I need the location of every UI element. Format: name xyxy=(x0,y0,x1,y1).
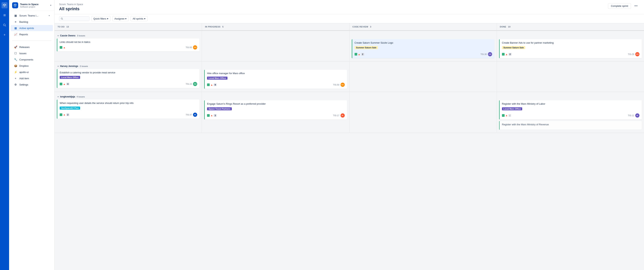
iong-done-col: Register with the Mars Ministry of Labor… xyxy=(497,92,644,133)
card-tis-15-title: Establish a catering vendor to provide m… xyxy=(60,71,197,74)
swimlane-cassie: ▾ Cassie Owens 3 issues Links should not… xyxy=(54,31,644,62)
active-sprints-icon: ▦ xyxy=(14,27,18,30)
card-tis-29-icons: ▲ 2 xyxy=(502,53,512,56)
sidebar-item-issues[interactable]: ☐ Issues xyxy=(10,50,53,56)
card-tis-11[interactable]: Register with the Mars Ministry of Labor… xyxy=(499,100,642,119)
card-tis-50-id: TIS-50 xyxy=(333,84,339,86)
card-tis-50-tag: Local Mars Office xyxy=(207,77,228,80)
card-tis-17-icons: ▲ 3 xyxy=(207,114,217,117)
harvey-done-empty xyxy=(499,63,642,82)
card-tis-50-avatar: HJ xyxy=(340,83,345,87)
card-tis-37-id: TIS-37 xyxy=(186,114,192,116)
card-tis-revenue-title: Register with the Mars Ministry of Reven… xyxy=(502,123,640,126)
sidebar-item-components[interactable]: 🔧 Components xyxy=(10,57,53,63)
card-tis-30-title: Create Saturn Summer Sizzle Logo xyxy=(354,41,492,45)
quick-filters-button[interactable]: Quick filters ▾ xyxy=(91,16,110,21)
assignee-chevron-icon: ▾ xyxy=(125,17,126,20)
cassie-done-col: Create Banner Ads to use for partner mar… xyxy=(497,31,644,61)
sidebar-item-issues-label: Issues xyxy=(19,52,26,55)
story-icon xyxy=(60,46,62,49)
harvey-swimlane-header[interactable]: ▾ Harvey Jennings 2 issues xyxy=(57,63,200,69)
sidebar-item-active-sprints[interactable]: ▦ Active sprints xyxy=(10,25,53,31)
search-input[interactable] xyxy=(64,17,88,20)
add-icon[interactable]: + xyxy=(2,32,8,38)
all-sprints-filter-button[interactable]: All sprints ▾ xyxy=(130,16,147,21)
card-tis-15-id: TIS-15 xyxy=(186,83,192,85)
sidebar-item-scrum[interactable]: ▦ Scrum: Teams i... ▾ xyxy=(10,13,53,19)
sidebar-item-backlog[interactable]: ≡ Backlog xyxy=(10,19,53,25)
quick-filters-chevron-icon: ▾ xyxy=(107,17,108,20)
tis50-priority-icon: ▲ xyxy=(210,83,213,86)
card-tis-30-footer: ▲ 2 TIS-30 CO xyxy=(354,52,492,56)
sidebar-item-add[interactable]: + Add item xyxy=(10,75,53,81)
sidebar-item-settings[interactable]: ⚙ Settings xyxy=(10,82,53,88)
dropbox-icon: 📦 xyxy=(14,64,18,67)
column-header-done: DONE 10 xyxy=(497,23,644,31)
logo-icon[interactable] xyxy=(2,2,8,8)
cassie-inprogress-col xyxy=(202,31,349,61)
complete-sprint-button[interactable]: Complete sprint xyxy=(608,3,631,9)
iong-inprogress-col: Engage Saturn's Rings Resort as a prefer… xyxy=(202,92,349,133)
tis30-story-icon xyxy=(354,53,357,56)
search-icon[interactable] xyxy=(2,22,8,28)
cassie-swimlane-header[interactable]: ▾ Cassie Owens 3 issues xyxy=(57,33,200,39)
tis37-story-icon xyxy=(60,113,62,116)
card-tis-17[interactable]: Engage Saturn's Rings Resort as a prefer… xyxy=(204,100,347,119)
harvey-codereview-col xyxy=(350,62,497,92)
sidebar-item-dropbox[interactable]: 📦 Dropbox xyxy=(10,63,53,69)
sidebar-item-scrum-label: Scrum: Teams i... xyxy=(19,14,38,17)
card-tis-50[interactable]: Hire office manager for Mars office Loca… xyxy=(204,70,347,89)
card-tis-55-id: TIS-55 xyxy=(186,46,192,49)
sidebar-item-releases[interactable]: 🚀 Releases xyxy=(10,44,53,50)
card-tis-55[interactable]: Links should not be in italics ▲ TIS-55 … xyxy=(57,39,200,51)
card-tis-17-id: TIS-17 xyxy=(333,114,339,117)
card-tis-17-title: Engage Saturn's Rings Resort as a prefer… xyxy=(207,102,344,106)
card-tis-15-footer: ▲ 4 TIS-15 HJ xyxy=(60,82,197,86)
card-tis-11-id: TIS-11 xyxy=(628,114,634,117)
card-tis-30-icons: ▲ 2 xyxy=(354,53,364,56)
swimlane-harvey: ▾ Harvey Jennings 2 issues Establish a c… xyxy=(54,62,644,92)
sidebar-item-backlog-label: Backlog xyxy=(19,21,28,23)
card-tis-55-title: Links should not be in italics xyxy=(60,40,197,44)
harvey-codereview-empty xyxy=(352,63,494,82)
sidebar-project-header[interactable]: Teams in Space Software project ▾ xyxy=(9,0,54,11)
scrum-chevron-icon: ▾ xyxy=(49,15,50,17)
cassie-issue-count: 3 issues xyxy=(77,35,85,37)
more-options-button[interactable]: ••• xyxy=(632,3,640,9)
home-icon[interactable]: ⊞ xyxy=(2,12,8,18)
reports-icon: 📈 xyxy=(14,33,18,36)
card-tis-29[interactable]: Create Banner Ads to use for partner mar… xyxy=(499,39,642,58)
cassie-chevron-icon: ▾ xyxy=(58,35,58,37)
sidebar-item-settings-label: Settings xyxy=(19,83,28,86)
search-box[interactable] xyxy=(59,16,90,21)
card-tis-30[interactable]: Create Saturn Summer Sizzle Logo Summer … xyxy=(352,39,494,58)
svg-line-1 xyxy=(5,26,6,26)
all-sprints-chevron-icon: ▾ xyxy=(144,17,146,20)
page-title: All sprints xyxy=(59,7,640,11)
card-tis-50-icons: ▲ 9 xyxy=(207,83,217,86)
iong-issue-count: 4 issues xyxy=(76,96,85,98)
column-header-inprogress: IN PROGRESS 5 xyxy=(202,23,349,31)
iong-codereview-col xyxy=(350,92,497,133)
project-name: Teams in Space xyxy=(20,3,48,6)
iong-codereview-empty xyxy=(352,94,494,112)
card-tis-revenue[interactable]: Register with the Mars Ministry of Reven… xyxy=(499,121,642,130)
assignee-filter-button[interactable]: Assignee ▾ xyxy=(112,16,128,21)
card-tis-17-meta: TIS-17 IK xyxy=(333,113,344,118)
sidebar-item-apollo-ui[interactable]: ⚡ apollo-ui xyxy=(10,69,53,75)
card-tis-37[interactable]: When requesting user details the service… xyxy=(57,100,200,119)
sidebar-item-reports[interactable]: 📈 Reports xyxy=(10,31,53,37)
card-tis-15-tag: Local Mars Office xyxy=(60,76,80,79)
card-tis-37-footer: ▲ 2 TIS-37 IK xyxy=(60,113,197,117)
card-tis-37-meta: TIS-37 IK xyxy=(186,113,197,117)
iong-swimlane-header[interactable]: ▾ iongkowidjaja 4 issues xyxy=(57,94,200,100)
backlog-icon: ≡ xyxy=(14,20,18,23)
iong-chevron-icon: ▾ xyxy=(58,96,58,98)
harvey-issue-count: 2 issues xyxy=(80,65,88,67)
tis15-priority-icon: ▲ xyxy=(63,83,66,86)
card-tis-15[interactable]: Establish a catering vendor to provide m… xyxy=(57,69,200,88)
card-tis-17-footer: ▲ 3 TIS-17 IK xyxy=(207,113,344,118)
card-tis-11-icons: ▲ - xyxy=(502,114,511,117)
sidebar-chevron-icon[interactable]: ▾ xyxy=(50,4,51,7)
search-icon xyxy=(61,18,63,20)
